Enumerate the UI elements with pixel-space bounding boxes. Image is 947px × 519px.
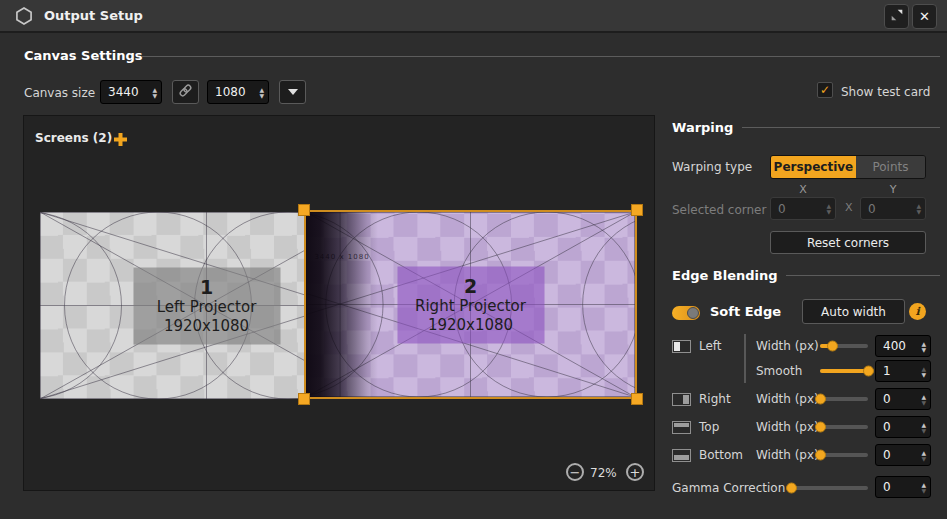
screen-1-label: 1 Left Projector 1920x1080 bbox=[133, 267, 280, 344]
screen-number: 2 bbox=[464, 275, 477, 297]
zoom-in-button[interactable]: + bbox=[626, 463, 644, 481]
gamma-correction-slider[interactable] bbox=[788, 486, 868, 490]
corner-handle-bottom-left[interactable] bbox=[298, 393, 310, 405]
spin-up-icon[interactable]: ▲ bbox=[921, 482, 926, 487]
screen-resolution: 1920x1080 bbox=[164, 317, 249, 336]
left-width-spinbox[interactable]: 400 ▲ ▼ bbox=[875, 335, 931, 357]
spin-up-icon[interactable]: ▲ bbox=[921, 341, 926, 346]
link-dimensions-button[interactable] bbox=[172, 80, 199, 104]
warping-type-perspective-button[interactable]: Perspective bbox=[771, 156, 856, 178]
edge-blending-rule bbox=[786, 275, 940, 276]
slider-knob[interactable] bbox=[786, 483, 797, 494]
gamma-correction-spinbox[interactable]: 0 ▲ ▼ bbox=[875, 476, 931, 498]
slider-knob[interactable] bbox=[863, 366, 874, 377]
screen-name: Left Projector bbox=[157, 298, 257, 317]
slider-knob[interactable] bbox=[815, 450, 826, 461]
top-width-slider[interactable] bbox=[820, 425, 868, 429]
slider-knob[interactable] bbox=[815, 422, 826, 433]
auto-width-button[interactable]: Auto width bbox=[802, 299, 905, 324]
slider-knob[interactable] bbox=[827, 341, 838, 352]
bottom-width-value: 0 bbox=[876, 448, 921, 462]
right-width-label: Width (px) bbox=[756, 392, 819, 406]
top-width-spinbox[interactable]: 0 ▲ ▼ bbox=[875, 416, 931, 438]
chevron-down-icon bbox=[288, 89, 298, 95]
selected-corner-label: Selected corner bbox=[672, 203, 766, 217]
spin-down-icon[interactable]: ▼ bbox=[921, 488, 926, 493]
right-width-slider[interactable] bbox=[820, 397, 868, 401]
spin-down-icon[interactable]: ▼ bbox=[921, 400, 926, 405]
warping-rule bbox=[742, 127, 940, 128]
toggle-knob bbox=[687, 307, 699, 319]
minus-icon: − bbox=[570, 466, 581, 479]
top-width-value: 0 bbox=[876, 420, 921, 434]
add-screen-button[interactable] bbox=[113, 132, 128, 151]
slider-knob[interactable] bbox=[815, 394, 826, 405]
edge-top-icon bbox=[672, 421, 691, 434]
corner-handle-top-left[interactable] bbox=[298, 204, 310, 216]
soft-edge-label: Soft Edge bbox=[710, 304, 781, 319]
spin-down-icon[interactable]: ▼ bbox=[259, 93, 264, 98]
spin-up-icon[interactable]: ▲ bbox=[921, 422, 926, 427]
show-test-card-checkbox[interactable]: ✓ bbox=[817, 82, 833, 98]
output-setup-window: Output Setup ✕ Canvas Settings Canvas si… bbox=[0, 0, 947, 519]
app-hexagon-logo-icon bbox=[14, 6, 34, 26]
soft-edge-toggle[interactable] bbox=[672, 306, 700, 320]
warping-type-points-button[interactable]: Points bbox=[856, 156, 925, 178]
reset-corners-button[interactable]: Reset corners bbox=[770, 231, 926, 254]
soft-edge-blend-gradient bbox=[306, 212, 378, 397]
corner-handle-top-right[interactable] bbox=[631, 204, 643, 216]
canvas-settings-rule bbox=[142, 56, 940, 57]
titlebar: Output Setup ✕ bbox=[0, 0, 947, 33]
canvas-height-spinbox[interactable]: 1080 ▲ ▼ bbox=[207, 80, 269, 104]
spin-up-icon[interactable]: ▲ bbox=[921, 450, 926, 455]
bottom-width-slider[interactable] bbox=[820, 453, 868, 457]
canvas-size-label: Canvas size bbox=[24, 86, 95, 100]
spin-down-icon[interactable]: ▼ bbox=[921, 456, 926, 461]
zoom-out-button[interactable]: − bbox=[566, 463, 584, 481]
spin-up-icon[interactable]: ▲ bbox=[152, 87, 157, 92]
spin-down-icon[interactable]: ▼ bbox=[826, 209, 831, 214]
corner-handle-bottom-right[interactable] bbox=[631, 393, 643, 405]
corner-y-value: 0 bbox=[861, 202, 916, 216]
screen-resolution: 1920x1080 bbox=[428, 316, 513, 335]
close-window-button[interactable]: ✕ bbox=[912, 4, 937, 29]
bottom-width-label: Width (px) bbox=[756, 448, 819, 462]
right-width-value: 0 bbox=[876, 392, 921, 406]
canvas-height-value: 1080 bbox=[208, 85, 259, 99]
left-smooth-value: 1 bbox=[876, 364, 921, 378]
resize-window-button[interactable] bbox=[884, 4, 909, 29]
warping-type-segmented-control: Perspective Points bbox=[770, 155, 926, 179]
spin-up-icon[interactable]: ▲ bbox=[921, 366, 926, 371]
spin-down-icon[interactable]: ▼ bbox=[921, 428, 926, 433]
corner-y-header: Y bbox=[860, 183, 926, 196]
resize-diagonal-icon bbox=[889, 7, 905, 27]
spin-up-icon[interactable]: ▲ bbox=[921, 394, 926, 399]
bottom-width-spinbox[interactable]: 0 ▲ ▼ bbox=[875, 444, 931, 466]
left-smooth-slider[interactable] bbox=[820, 369, 868, 373]
spin-down-icon[interactable]: ▼ bbox=[921, 347, 926, 352]
corner-y-spinbox[interactable]: 0 ▲ ▼ bbox=[860, 197, 926, 220]
edge-bottom-label: Bottom bbox=[699, 448, 743, 462]
spin-down-icon[interactable]: ▼ bbox=[916, 209, 921, 214]
info-icon[interactable]: i bbox=[909, 303, 926, 320]
top-width-label: Width (px) bbox=[756, 420, 819, 434]
left-smooth-spinbox[interactable]: 1 ▲ ▼ bbox=[875, 360, 931, 382]
gamma-correction-label: Gamma Correction bbox=[672, 481, 785, 495]
screen-2-right-projector[interactable]: 3440 x 1080 2 Right Projector 1920x1080 bbox=[304, 210, 637, 399]
right-width-spinbox[interactable]: 0 ▲ ▼ bbox=[875, 388, 931, 410]
canvas-size-preset-dropdown[interactable] bbox=[279, 80, 306, 104]
corner-x-spinbox[interactable]: 0 ▲ ▼ bbox=[770, 197, 836, 220]
warping-title: Warping bbox=[672, 120, 733, 135]
canvas-settings-title: Canvas Settings bbox=[24, 48, 142, 63]
left-width-slider[interactable] bbox=[820, 344, 868, 348]
window-title: Output Setup bbox=[44, 8, 143, 23]
spin-down-icon[interactable]: ▼ bbox=[152, 93, 157, 98]
spin-down-icon[interactable]: ▼ bbox=[921, 372, 926, 377]
edge-top-label: Top bbox=[699, 420, 719, 434]
left-width-value: 400 bbox=[876, 339, 921, 353]
canvas-width-spinbox[interactable]: 3440 ▲ ▼ bbox=[100, 80, 162, 104]
screens-count-header: Screens (2) bbox=[35, 131, 112, 145]
spin-up-icon[interactable]: ▲ bbox=[259, 87, 264, 92]
link-chain-icon bbox=[177, 82, 194, 102]
edge-left-icon bbox=[672, 340, 691, 353]
